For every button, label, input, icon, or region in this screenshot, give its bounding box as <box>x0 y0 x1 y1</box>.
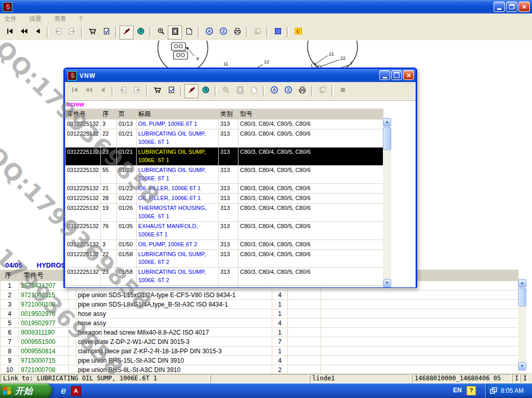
circle-2-button[interactable]: 2 <box>216 25 230 39</box>
scrollbar-thumb[interactable] <box>383 127 391 150</box>
scroll-up-icon[interactable]: ▲ <box>383 118 391 126</box>
menu-item-3[interactable]: 查看 <box>54 15 66 23</box>
result-cell: 313 <box>219 129 238 148</box>
cart-check-button[interactable] <box>164 84 178 98</box>
close-button[interactable]: × <box>518 2 530 12</box>
result-title-link[interactable]: LUBRICATING OIL SUMP, 1006E. 6T 2 <box>138 251 206 266</box>
ie-icon[interactable]: e <box>58 386 69 396</box>
parts-row[interactable]: 70009551500cover plate Z-DP-2-W1-A2C DIN… <box>1 337 518 347</box>
parts-row[interactable]: 29721002115pipe union SDS-L15xG1/2A-type… <box>1 290 518 300</box>
result-title-link[interactable]: EXHAUST MANIFOLD, 1006E.6T 1 <box>138 223 198 237</box>
result-title-link[interactable]: LUBRICATING OIL SUMP, 1006E. 6T 1 <box>138 149 206 163</box>
dialog-minimize-button[interactable] <box>379 70 390 80</box>
page-prev-button[interactable] <box>116 84 130 98</box>
pen-off-button[interactable] <box>184 84 198 98</box>
results-scrollbar[interactable]: ▲ ▼ <box>383 118 391 287</box>
clock[interactable]: 8:05 AM <box>501 387 524 394</box>
nav-rewind-button[interactable] <box>17 25 31 39</box>
clock-button[interactable] <box>134 25 148 39</box>
result-title-link[interactable]: LUBRICATING OIL SUMP, 1006E. 6T 2 <box>138 287 206 287</box>
dialog-maximize-button[interactable] <box>391 70 402 80</box>
cart-button[interactable] <box>85 25 99 39</box>
language-help-icon[interactable]: ? <box>467 386 476 395</box>
parts-column-header: 序 <box>1 270 19 281</box>
linde-u-button[interactable]: U <box>291 25 305 39</box>
parts-row[interactable]: 99715000715pipe union BHS-15L-St-A3C DIN… <box>1 356 518 365</box>
printer-button[interactable] <box>295 84 309 98</box>
parts-row[interactable]: 80009550814clamping piece pair Z-KP-2-R-… <box>1 347 518 356</box>
font-a-button[interactable]: A <box>202 25 216 39</box>
display-tray-icon[interactable] <box>489 387 498 395</box>
page-next-button[interactable] <box>130 84 144 98</box>
minimize-button[interactable] <box>494 2 505 12</box>
parts-row[interactable]: 50019502977hose assy4 <box>1 319 518 328</box>
grid-blue-button[interactable] <box>271 25 285 39</box>
result-row[interactable]: 0312225132301/50OIL PUMP, 1006E.6T 2313C… <box>65 240 383 249</box>
pen-off-button[interactable] <box>119 25 134 39</box>
page-prev-button[interactable] <box>51 25 65 39</box>
font-a-button[interactable]: A <box>267 84 281 98</box>
nav-first-button[interactable] <box>3 25 17 39</box>
result-title-link[interactable]: OIL PUMP, 1006E.6T 1 <box>138 121 197 127</box>
circle-2-button[interactable]: 2 <box>281 84 295 98</box>
dialog-close-button[interactable]: × <box>403 70 414 80</box>
result-row[interactable]: 03122251322301/58LUBRICATING OIL SUMP, 1… <box>65 268 383 286</box>
cart-check-button[interactable] <box>99 25 113 39</box>
toolbar-separator <box>215 86 217 96</box>
parts-scrollbar[interactable]: ▲ ▼ <box>518 279 526 370</box>
result-title-link[interactable]: LUBRICATING OIL SUMP, 1006E. 6T 2 <box>138 269 206 283</box>
result-title-link[interactable]: THERMOSTAT HOUSING, 1006E. 6T 1 <box>138 205 206 219</box>
menu-item-4[interactable]: ? <box>79 16 83 23</box>
scroll-down-icon[interactable]: ▼ <box>518 362 526 370</box>
zoom-in-button[interactable] <box>219 84 233 98</box>
parts-row[interactable]: 40019502978hose assy1 <box>1 309 518 319</box>
result-row[interactable]: 03122251321901/26THERMOSTAT HOUSING, 100… <box>65 203 383 221</box>
result-row[interactable]: 03122251325501/21LUBRICATING OIL SUMP, 1… <box>65 166 383 184</box>
scroll-down-icon[interactable]: ▼ <box>383 279 391 287</box>
page-next-button[interactable] <box>65 25 79 39</box>
menu-item-1[interactable]: 文件 <box>4 15 17 23</box>
parts-row[interactable]: 39721000108pipe union SDS-L8xG1/4A,type_… <box>1 300 518 309</box>
page-view1-button[interactable] <box>168 25 182 39</box>
result-row[interactable]: 03122251322301/21LUBRICATING OIL SUMP, 1… <box>65 148 383 166</box>
cart-button[interactable] <box>150 84 164 98</box>
result-title-link[interactable]: OIL FILLER, 1006E.6T 1 <box>138 185 201 191</box>
language-indicator[interactable]: EN <box>451 386 464 394</box>
scroll-up-icon[interactable]: ▲ <box>518 279 526 287</box>
result-row[interactable]: 0312225132301/13OIL PUMP, 1006E.6T 1313C… <box>65 120 383 129</box>
nav-prev-button[interactable] <box>31 25 45 39</box>
printer-button[interactable] <box>230 25 244 39</box>
toolbar-separator <box>311 86 313 96</box>
result-row[interactable]: 03122251325501/58LUBRICATING OIL SUMP, 1… <box>65 286 383 287</box>
result-title-link[interactable]: LUBRICATING OIL SUMP, 1006E. 6T 1 <box>138 130 206 145</box>
parts-cell: 7 <box>272 337 288 347</box>
result-row[interactable]: 03122251322801/22OIL FILLER, 1006E.6T 13… <box>65 193 383 203</box>
result-row[interactable]: 03122251327601/35EXHAUST MANIFOLD, 1006E… <box>65 221 383 240</box>
clock-button[interactable] <box>198 84 212 98</box>
stop-button[interactable] <box>336 84 350 98</box>
parts-row[interactable]: 109721000708pipe union BHS-8L-St-A3C DIN… <box>1 365 518 374</box>
zoom-in-button[interactable] <box>154 25 168 39</box>
result-row[interactable]: 03122251322101/22OIL FILLER, 1006E.6T 13… <box>65 183 383 193</box>
search-dialog: 5 VNW × A2 screw 零件号序页标题类别型号 03122251323… <box>63 68 417 288</box>
scrollbar-thumb[interactable] <box>518 288 526 307</box>
acrobat-icon[interactable]: A <box>71 386 81 396</box>
result-title-link[interactable]: OIL FILLER, 1006E.6T 1 <box>138 195 201 201</box>
copy-button[interactable] <box>315 84 329 98</box>
start-button[interactable]: 开始 <box>0 383 52 398</box>
result-row[interactable]: 03122251322201/21LUBRICATING OIL SUMP, 1… <box>65 129 383 148</box>
menu-item-2[interactable]: 设置 <box>29 15 42 23</box>
result-row[interactable]: 03122251322201/58LUBRICATING OIL SUMP, 1… <box>65 249 383 268</box>
result-title-link[interactable]: OIL PUMP, 1006E.6T 2 <box>138 241 197 247</box>
nav-first-button[interactable] <box>68 84 82 98</box>
page-view2-button[interactable] <box>182 25 196 39</box>
page-view1-button[interactable] <box>233 84 247 98</box>
parts-cell: 1 <box>272 309 288 319</box>
restore-button[interactable] <box>506 2 517 12</box>
copy-button[interactable] <box>250 25 264 39</box>
parts-row[interactable]: 69008311190hexagon head screw M8x40-8.8-… <box>1 328 518 337</box>
nav-prev-button[interactable] <box>96 84 110 98</box>
page-view2-button[interactable] <box>247 84 261 98</box>
nav-rewind-button[interactable] <box>82 84 96 98</box>
result-title-link[interactable]: LUBRICATING OIL SUMP, 1006E. 6T 1 <box>138 167 206 181</box>
